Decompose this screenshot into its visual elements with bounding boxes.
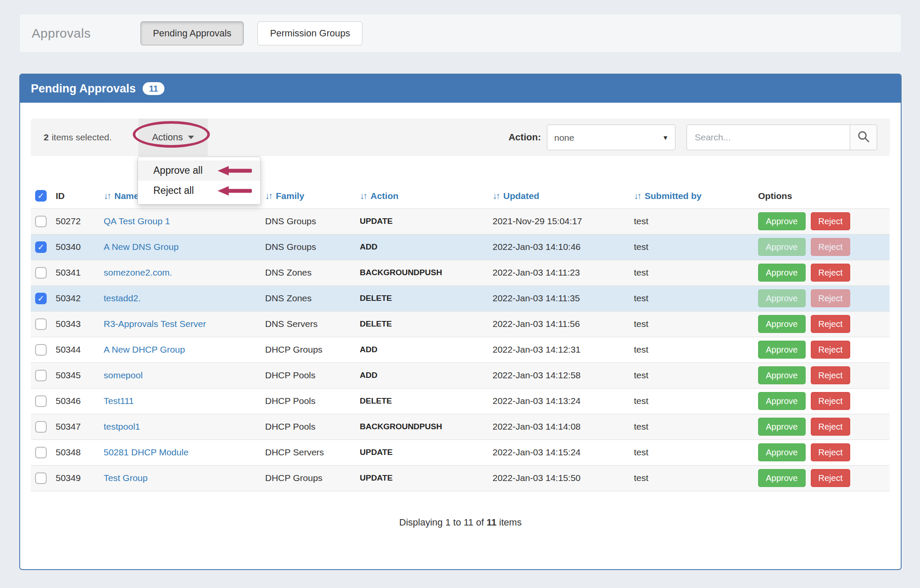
column-header-submitted-by[interactable]: ↓↑Submitted by <box>630 184 754 208</box>
reject-button[interactable]: Reject <box>811 315 851 333</box>
row-id: 50342 <box>51 285 99 311</box>
search-input[interactable] <box>687 125 850 150</box>
row-checkbox[interactable] <box>35 472 47 484</box>
row-action: UPDATE <box>355 208 488 234</box>
row-updated: 2022-Jan-03 14:13:24 <box>488 388 630 414</box>
sort-icon: ↓↑ <box>265 191 272 201</box>
approve-button[interactable]: Approve <box>758 366 806 384</box>
row-options-cell: ApproveReject <box>754 414 890 440</box>
row-id: 50348 <box>51 440 99 465</box>
row-submitted-by: test <box>630 260 754 285</box>
approve-button[interactable]: Approve <box>758 443 806 461</box>
reject-button[interactable]: Reject <box>811 443 851 461</box>
row-name-link[interactable]: R3-Approvals Test Server <box>104 319 206 329</box>
approve-button[interactable]: Approve <box>758 238 806 256</box>
table-row: 50349Test GroupDHCP GroupsUPDATE2022-Jan… <box>31 465 890 491</box>
row-name-link[interactable]: Test111 <box>104 396 134 406</box>
table-row: 50344A New DHCP GroupDHCP GroupsADD2022-… <box>31 337 890 362</box>
row-action: BACKGROUNDPUSH <box>355 414 488 440</box>
row-name-cell: testpool1 <box>99 414 261 440</box>
approve-button[interactable]: Approve <box>758 212 806 230</box>
row-name-link[interactable]: Test Group <box>104 473 148 483</box>
approve-button[interactable]: Approve <box>758 264 806 282</box>
search-group <box>687 125 877 150</box>
row-options-cell: ApproveReject <box>754 285 890 311</box>
row-updated: 2022-Jan-03 14:12:31 <box>488 337 630 362</box>
row-name-link[interactable]: 50281 DHCP Module <box>104 447 188 457</box>
reject-button[interactable]: Reject <box>811 469 851 487</box>
approve-button[interactable]: Approve <box>758 315 806 333</box>
row-name-cell: 50281 DHCP Module <box>99 440 261 465</box>
column-header-family[interactable]: ↓↑Family <box>261 184 355 208</box>
approve-button[interactable]: Approve <box>758 418 806 436</box>
select-all-checkbox[interactable]: ✓ <box>35 190 47 202</box>
row-name-link[interactable]: testpool1 <box>104 422 140 431</box>
row-id: 50341 <box>51 260 99 285</box>
row-checkbox[interactable]: ✓ <box>35 293 47 304</box>
row-family: DHCP Pools <box>261 414 355 440</box>
row-checkbox[interactable] <box>35 344 47 356</box>
approve-button[interactable]: Approve <box>758 469 806 487</box>
row-name-link[interactable]: testadd2. <box>104 293 140 303</box>
row-options-cell: ApproveReject <box>754 362 890 388</box>
row-name-link[interactable]: A New DNS Group <box>104 242 179 252</box>
panel-heading: Pending Approvals 11 <box>20 74 901 103</box>
row-id: 50349 <box>51 465 99 491</box>
row-checkbox[interactable] <box>35 370 47 381</box>
approve-button[interactable]: Approve <box>758 289 806 307</box>
row-submitted-by: test <box>630 388 754 414</box>
menu-item-reject-all[interactable]: Reject all <box>138 181 260 201</box>
row-action: ADD <box>355 234 488 260</box>
reject-button[interactable]: Reject <box>811 238 851 256</box>
row-checkbox[interactable] <box>35 318 47 330</box>
row-checkbox[interactable] <box>35 447 47 458</box>
sort-icon: ↓↑ <box>360 191 366 201</box>
column-header-label: Family <box>276 191 305 201</box>
reject-button[interactable]: Reject <box>811 392 851 410</box>
tab-permission-groups[interactable]: Permission Groups <box>257 21 362 45</box>
row-checkbox[interactable]: ✓ <box>35 241 47 253</box>
action-select[interactable]: none <box>547 125 675 150</box>
row-updated: 2022-Jan-03 14:15:50 <box>488 465 630 491</box>
row-name-link[interactable]: A New DHCP Group <box>104 344 185 354</box>
approvals-table: ✓ID↓↑Name↓↑Family↓↑Action↓↑Updated↓↑Subm… <box>31 184 890 491</box>
approve-button[interactable]: Approve <box>758 392 806 410</box>
row-checkbox[interactable] <box>35 216 47 227</box>
row-checkbox-cell <box>31 388 51 414</box>
actions-dropdown-button[interactable]: Actions <box>138 119 208 156</box>
row-checkbox[interactable] <box>35 395 47 407</box>
row-name-link[interactable]: QA Test Group 1 <box>104 216 170 226</box>
reject-button[interactable]: Reject <box>811 341 851 359</box>
row-name-link[interactable]: somepool <box>104 370 143 380</box>
row-name-cell: QA Test Group 1 <box>99 208 261 234</box>
reject-button[interactable]: Reject <box>811 212 851 230</box>
row-id: 50340 <box>51 234 99 260</box>
reject-button[interactable]: Reject <box>811 418 851 436</box>
row-id: 50343 <box>51 311 99 337</box>
page: Approvals Pending Approvals Permission G… <box>0 0 920 588</box>
row-checkbox[interactable] <box>35 267 47 279</box>
column-header-updated[interactable]: ↓↑Updated <box>488 184 630 208</box>
row-id: 50346 <box>51 388 99 414</box>
row-updated: 2022-Jan-03 14:11:35 <box>488 285 630 311</box>
action-filter-label: Action: <box>508 132 541 143</box>
reject-button[interactable]: Reject <box>811 366 851 384</box>
row-submitted-by: test <box>630 285 754 311</box>
sort-icon: ↓↑ <box>493 191 499 201</box>
search-button[interactable] <box>850 125 877 150</box>
select-all-header: ✓ <box>31 184 51 208</box>
sort-icon: ↓↑ <box>634 191 640 201</box>
reject-button[interactable]: Reject <box>811 289 851 307</box>
tab-pending-approvals[interactable]: Pending Approvals <box>140 21 244 45</box>
approve-button[interactable]: Approve <box>758 341 806 359</box>
column-header-action[interactable]: ↓↑Action <box>355 184 488 208</box>
menu-item-approve-all[interactable]: Approve all <box>138 160 260 181</box>
row-checkbox-cell <box>31 362 51 388</box>
row-action: BACKGROUNDPUSH <box>355 260 488 285</box>
column-header-label: Submitted by <box>645 191 702 201</box>
row-checkbox[interactable] <box>35 421 47 433</box>
row-action: DELETE <box>355 285 488 311</box>
reject-button[interactable]: Reject <box>811 264 851 282</box>
row-family: DNS Zones <box>261 260 355 285</box>
row-name-link[interactable]: somezone2.com. <box>104 267 172 277</box>
